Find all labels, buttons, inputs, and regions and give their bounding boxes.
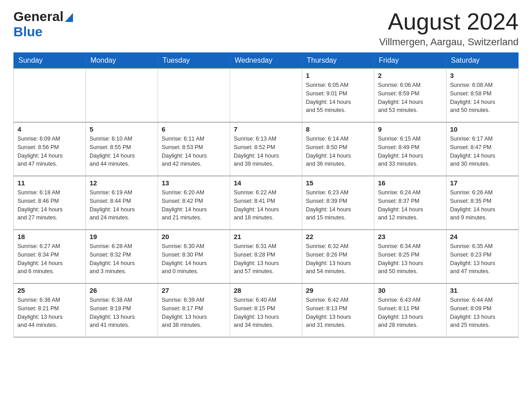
day-info: Sunrise: 6:40 AMSunset: 8:15 PMDaylight:… bbox=[234, 296, 298, 330]
day-info: Sunrise: 6:13 AMSunset: 8:52 PMDaylight:… bbox=[234, 135, 298, 168]
day-number: 31 bbox=[450, 287, 515, 294]
calendar-cell: 16Sunrise: 6:24 AMSunset: 8:37 PMDayligh… bbox=[374, 176, 446, 230]
title-section: August 2024 Villmergen, Aargau, Switzerl… bbox=[379, 9, 519, 48]
day-info: Sunrise: 6:38 AMSunset: 8:19 PMDaylight:… bbox=[90, 296, 154, 330]
calendar-cell: 11Sunrise: 6:18 AMSunset: 8:46 PMDayligh… bbox=[14, 176, 86, 230]
calendar-cell bbox=[86, 68, 158, 122]
day-info: Sunrise: 6:06 AMSunset: 8:59 PMDaylight:… bbox=[378, 81, 442, 115]
weekday-header-wednesday: Wednesday bbox=[230, 53, 302, 69]
day-info: Sunrise: 6:30 AMSunset: 8:30 PMDaylight:… bbox=[162, 242, 226, 276]
day-info: Sunrise: 6:15 AMSunset: 8:49 PMDaylight:… bbox=[378, 135, 442, 168]
calendar-cell: 6Sunrise: 6:11 AMSunset: 8:53 PMDaylight… bbox=[158, 122, 230, 176]
day-info: Sunrise: 6:14 AMSunset: 8:50 PMDaylight:… bbox=[306, 135, 370, 168]
day-number: 15 bbox=[306, 179, 370, 187]
svg-marker-0 bbox=[65, 13, 73, 22]
day-number: 7 bbox=[234, 125, 298, 133]
day-info: Sunrise: 6:05 AMSunset: 9:01 PMDaylight:… bbox=[306, 81, 370, 115]
calendar-cell: 31Sunrise: 6:44 AMSunset: 8:09 PMDayligh… bbox=[446, 283, 519, 337]
calendar-cell: 12Sunrise: 6:19 AMSunset: 8:44 PMDayligh… bbox=[86, 176, 158, 230]
month-title: August 2024 bbox=[379, 9, 519, 34]
calendar-week-row: 1Sunrise: 6:05 AMSunset: 9:01 PMDaylight… bbox=[14, 68, 519, 122]
calendar-week-row: 18Sunrise: 6:27 AMSunset: 8:34 PMDayligh… bbox=[14, 230, 519, 283]
calendar-cell: 2Sunrise: 6:06 AMSunset: 8:59 PMDaylight… bbox=[374, 68, 446, 122]
day-info: Sunrise: 6:09 AMSunset: 8:56 PMDaylight:… bbox=[17, 135, 82, 168]
calendar-cell bbox=[230, 68, 302, 122]
day-info: Sunrise: 6:23 AMSunset: 8:39 PMDaylight:… bbox=[306, 188, 370, 222]
day-number: 23 bbox=[378, 233, 442, 240]
day-info: Sunrise: 6:19 AMSunset: 8:44 PMDaylight:… bbox=[90, 188, 154, 222]
day-info: Sunrise: 6:08 AMSunset: 8:58 PMDaylight:… bbox=[450, 81, 515, 115]
calendar-cell: 3Sunrise: 6:08 AMSunset: 8:58 PMDaylight… bbox=[446, 68, 519, 122]
calendar-cell: 5Sunrise: 6:10 AMSunset: 8:55 PMDaylight… bbox=[86, 122, 158, 176]
calendar-cell: 8Sunrise: 6:14 AMSunset: 8:50 PMDaylight… bbox=[302, 122, 374, 176]
day-number: 25 bbox=[17, 287, 82, 294]
calendar-cell: 24Sunrise: 6:35 AMSunset: 8:23 PMDayligh… bbox=[446, 230, 519, 283]
calendar-cell: 22Sunrise: 6:32 AMSunset: 8:26 PMDayligh… bbox=[302, 230, 374, 283]
calendar-cell: 26Sunrise: 6:38 AMSunset: 8:19 PMDayligh… bbox=[86, 283, 158, 337]
day-number: 21 bbox=[234, 233, 298, 240]
calendar-cell bbox=[158, 68, 230, 122]
calendar-cell: 23Sunrise: 6:34 AMSunset: 8:25 PMDayligh… bbox=[374, 230, 446, 283]
location: Villmergen, Aargau, Switzerland bbox=[379, 36, 519, 48]
logo-triangle-icon bbox=[65, 13, 73, 24]
day-number: 27 bbox=[162, 287, 226, 294]
calendar-week-row: 25Sunrise: 6:36 AMSunset: 8:21 PMDayligh… bbox=[14, 283, 519, 337]
calendar-cell: 19Sunrise: 6:28 AMSunset: 8:32 PMDayligh… bbox=[86, 230, 158, 283]
weekday-header-friday: Friday bbox=[374, 53, 446, 69]
day-number: 22 bbox=[306, 233, 370, 240]
calendar-cell: 9Sunrise: 6:15 AMSunset: 8:49 PMDaylight… bbox=[374, 122, 446, 176]
day-number: 4 bbox=[17, 125, 82, 133]
calendar-cell: 1Sunrise: 6:05 AMSunset: 9:01 PMDaylight… bbox=[302, 68, 374, 122]
day-number: 5 bbox=[90, 125, 154, 133]
calendar-cell: 29Sunrise: 6:42 AMSunset: 8:13 PMDayligh… bbox=[302, 283, 374, 337]
day-info: Sunrise: 6:24 AMSunset: 8:37 PMDaylight:… bbox=[378, 188, 442, 222]
calendar-cell: 21Sunrise: 6:31 AMSunset: 8:28 PMDayligh… bbox=[230, 230, 302, 283]
day-number: 11 bbox=[17, 179, 82, 187]
day-info: Sunrise: 6:31 AMSunset: 8:28 PMDaylight:… bbox=[234, 242, 298, 276]
calendar-week-row: 11Sunrise: 6:18 AMSunset: 8:46 PMDayligh… bbox=[14, 176, 519, 230]
day-info: Sunrise: 6:35 AMSunset: 8:23 PMDaylight:… bbox=[450, 242, 515, 276]
day-number: 29 bbox=[306, 287, 370, 294]
day-number: 13 bbox=[162, 179, 226, 187]
weekday-header-monday: Monday bbox=[86, 53, 158, 69]
calendar-cell: 7Sunrise: 6:13 AMSunset: 8:52 PMDaylight… bbox=[230, 122, 302, 176]
day-number: 12 bbox=[90, 179, 154, 187]
day-info: Sunrise: 6:28 AMSunset: 8:32 PMDaylight:… bbox=[90, 242, 154, 276]
day-number: 18 bbox=[17, 233, 82, 240]
calendar-cell: 10Sunrise: 6:17 AMSunset: 8:47 PMDayligh… bbox=[446, 122, 519, 176]
day-number: 30 bbox=[378, 287, 442, 294]
calendar-cell: 17Sunrise: 6:26 AMSunset: 8:35 PMDayligh… bbox=[446, 176, 519, 230]
logo-blue-text: Blue bbox=[13, 24, 43, 39]
calendar-cell bbox=[14, 68, 86, 122]
day-number: 9 bbox=[378, 125, 442, 133]
day-info: Sunrise: 6:32 AMSunset: 8:26 PMDaylight:… bbox=[306, 242, 370, 276]
calendar-header-row: SundayMondayTuesdayWednesdayThursdayFrid… bbox=[14, 53, 519, 69]
day-info: Sunrise: 6:18 AMSunset: 8:46 PMDaylight:… bbox=[17, 188, 82, 222]
day-number: 16 bbox=[378, 179, 442, 187]
day-info: Sunrise: 6:44 AMSunset: 8:09 PMDaylight:… bbox=[450, 296, 515, 330]
day-info: Sunrise: 6:39 AMSunset: 8:17 PMDaylight:… bbox=[162, 296, 226, 330]
day-info: Sunrise: 6:27 AMSunset: 8:34 PMDaylight:… bbox=[17, 242, 82, 276]
weekday-header-thursday: Thursday bbox=[302, 53, 374, 69]
day-number: 19 bbox=[90, 233, 154, 240]
weekday-header-tuesday: Tuesday bbox=[158, 53, 230, 69]
day-info: Sunrise: 6:26 AMSunset: 8:35 PMDaylight:… bbox=[450, 188, 515, 222]
logo: General Blue bbox=[13, 9, 73, 39]
day-number: 28 bbox=[234, 287, 298, 294]
calendar-cell: 13Sunrise: 6:20 AMSunset: 8:42 PMDayligh… bbox=[158, 176, 230, 230]
day-number: 14 bbox=[234, 179, 298, 187]
calendar-table: SundayMondayTuesdayWednesdayThursdayFrid… bbox=[13, 52, 519, 338]
day-info: Sunrise: 6:11 AMSunset: 8:53 PMDaylight:… bbox=[162, 135, 226, 168]
day-number: 24 bbox=[450, 233, 515, 240]
day-number: 20 bbox=[162, 233, 226, 240]
page-header: General Blue August 2024 Villmergen, Aar… bbox=[13, 9, 519, 48]
day-info: Sunrise: 6:42 AMSunset: 8:13 PMDaylight:… bbox=[306, 296, 370, 330]
day-number: 3 bbox=[450, 72, 515, 79]
calendar-week-row: 4Sunrise: 6:09 AMSunset: 8:56 PMDaylight… bbox=[14, 122, 519, 176]
day-info: Sunrise: 6:10 AMSunset: 8:55 PMDaylight:… bbox=[90, 135, 154, 168]
calendar-cell: 27Sunrise: 6:39 AMSunset: 8:17 PMDayligh… bbox=[158, 283, 230, 337]
day-info: Sunrise: 6:34 AMSunset: 8:25 PMDaylight:… bbox=[378, 242, 442, 276]
day-number: 1 bbox=[306, 72, 370, 79]
calendar-cell: 15Sunrise: 6:23 AMSunset: 8:39 PMDayligh… bbox=[302, 176, 374, 230]
day-info: Sunrise: 6:36 AMSunset: 8:21 PMDaylight:… bbox=[17, 296, 82, 330]
